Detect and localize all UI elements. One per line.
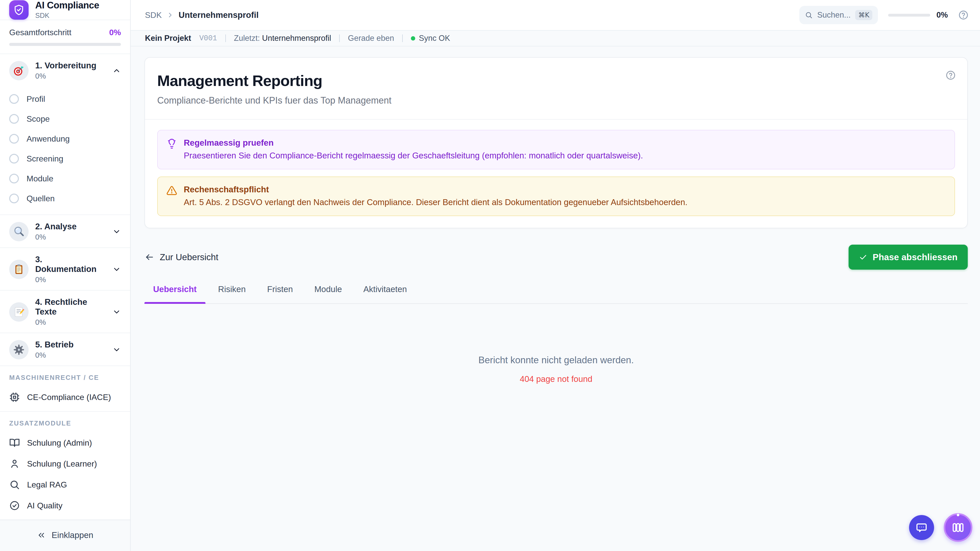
sidebar-item-schulung-learner[interactable]: Schulung (Learner) [9, 453, 121, 474]
book-open-icon [9, 437, 20, 448]
step-status-circle [9, 174, 19, 183]
help-button[interactable] [958, 10, 969, 21]
actions-row: Zur Uebersicht Phase abschliessen [145, 245, 968, 270]
last-saved-time: Gerade eben [348, 34, 394, 43]
phase-percent: 0% [35, 351, 73, 359]
check-icon [859, 253, 867, 262]
step-status-circle [9, 114, 19, 124]
warning-notice-text: Art. 5 Abs. 2 DSGVO verlangt den Nachwei… [184, 197, 687, 208]
alert-triangle-icon [166, 185, 177, 196]
section-header: MASCHINENRECHT / CE [9, 374, 121, 382]
version-badge: V001 [199, 34, 217, 43]
target-emoji-icon [9, 61, 29, 80]
error-message: 404 page not found [145, 374, 968, 384]
back-to-overview-link[interactable]: Zur Uebersicht [145, 252, 218, 262]
project-status: Kein Projekt [145, 34, 191, 43]
search-icon [9, 479, 20, 490]
header-progress-percent: 0% [936, 11, 948, 20]
shield-check-icon [13, 4, 24, 16]
step-status-circle [9, 154, 19, 164]
tab-aktivitaeten[interactable]: Aktivitaeten [355, 284, 416, 303]
empty-state: Bericht konnte nicht geladen werden. 404… [145, 304, 968, 384]
phase-label: 5. Betrieb [35, 340, 73, 349]
memo-emoji-icon [9, 302, 29, 322]
divider [339, 35, 340, 42]
tab-fristen[interactable]: Fristen [259, 284, 302, 303]
tab-module[interactable]: Module [306, 284, 351, 303]
statusbar: Kein Projekt V001 Zuletzt: Unternehmensp… [130, 30, 980, 46]
chevron-up-icon [112, 66, 121, 75]
user-icon [9, 458, 20, 469]
phase-block-dokumentation: 3. Dokumentation 0% [0, 248, 130, 291]
sidebar-item-ai-quality[interactable]: AI Quality [9, 495, 121, 516]
collapse-sidebar-button[interactable]: Einklappen [37, 530, 93, 540]
layout-fab-button[interactable] [944, 513, 972, 542]
app-subtitle: SDK [35, 12, 99, 20]
phase-label: 3. Dokumentation [35, 254, 106, 274]
page-subtitle: Compliance-Berichte und KPIs fuer das To… [157, 95, 955, 106]
step-module[interactable]: Module [9, 168, 121, 189]
phase-row-betrieb[interactable]: 5. Betrieb 0% [9, 340, 121, 359]
phase-row-analyse[interactable]: 2. Analyse 0% [9, 222, 121, 241]
overall-progress-bar [9, 43, 121, 46]
phase-row-rechtliche-texte[interactable]: 4. Rechtliche Texte 0% [9, 297, 121, 327]
header-progress-bar [888, 14, 930, 17]
step-screening[interactable]: Screening [9, 149, 121, 168]
phase-percent: 0% [35, 275, 106, 284]
page-title: Management Reporting [157, 72, 955, 89]
overall-progress: Gesamtfortschritt 0% [0, 20, 130, 54]
tip-notice: Regelmaessig pruefen Praesentieren Sie d… [157, 130, 955, 169]
app-logo [9, 0, 29, 20]
breadcrumb-current: Unternehmensprofil [179, 10, 259, 20]
floating-buttons [909, 513, 972, 542]
step-profil[interactable]: Profil [9, 89, 121, 109]
chevron-down-icon [112, 265, 121, 274]
phase-label: 2. Analyse [35, 222, 76, 231]
phase-row-dokumentation[interactable]: 3. Dokumentation 0% [9, 254, 121, 284]
breadcrumb: SDK Unternehmensprofil [145, 10, 259, 20]
breadcrumb-root[interactable]: SDK [145, 11, 162, 20]
page-card-header: Management Reporting Compliance-Berichte… [145, 58, 967, 119]
search-icon [805, 11, 813, 19]
step-anwendung[interactable]: Anwendung [9, 129, 121, 149]
chat-bubble-icon [915, 521, 928, 534]
phase-block-analyse: 2. Analyse 0% [0, 215, 130, 248]
search-placeholder: Suchen... [817, 11, 851, 20]
chevron-down-icon [112, 227, 121, 236]
tab-risiken[interactable]: Risiken [210, 284, 255, 303]
search-input[interactable]: Suchen... ⌘K [799, 6, 878, 24]
app-title: AI Compliance [35, 0, 99, 11]
sidebar-item-schulung-admin[interactable]: Schulung (Admin) [9, 432, 121, 453]
phase-block-vorbereitung: 1. Vorbereitung 0% Profil Scope Anwendun… [0, 54, 130, 215]
page-card-body: Regelmaessig pruefen Praesentieren Sie d… [145, 119, 967, 228]
sidebar-item-legal-rag[interactable]: Legal RAG [9, 474, 121, 495]
help-circle-icon [958, 10, 969, 21]
phase-label: 1. Vorbereitung [35, 61, 97, 70]
lightbulb-icon [166, 138, 177, 149]
tip-notice-text: Praesentieren Sie den Compliance-Bericht… [184, 150, 643, 161]
section-header: ZUSATZMODULE [9, 419, 121, 427]
phase-row-vorbereitung[interactable]: 1. Vorbereitung 0% [9, 61, 121, 80]
columns-icon [951, 521, 965, 534]
divider [225, 35, 226, 42]
chevrons-left-icon [37, 530, 46, 540]
divider [402, 35, 403, 42]
sidebar-item-ce-compliance[interactable]: CE-Compliance (IACE) [9, 387, 121, 408]
empty-state-message: Bericht konnte nicht geladen werden. [145, 355, 968, 365]
step-scope[interactable]: Scope [9, 109, 121, 129]
tab-uebersicht[interactable]: Uebersicht [145, 284, 205, 303]
chevron-down-icon [112, 345, 121, 354]
chat-fab-button[interactable] [909, 515, 934, 540]
step-status-circle [9, 134, 19, 144]
section-maschinenrecht: MASCHINENRECHT / CE CE-Compliance (IACE) [0, 366, 130, 412]
step-quellen[interactable]: Quellen [9, 189, 121, 208]
tip-notice-title: Regelmaessig pruefen [184, 138, 643, 148]
step-status-circle [9, 194, 19, 203]
tab-bar: Uebersicht Risiken Fristen Module Aktivi… [145, 284, 968, 304]
arrow-left-icon [145, 252, 154, 262]
complete-phase-button[interactable]: Phase abschliessen [849, 245, 968, 270]
page-help-button[interactable] [945, 70, 956, 81]
phase-block-betrieb: 5. Betrieb 0% [0, 333, 130, 366]
main-area: SDK Unternehmensprofil Suchen... ⌘K 0% K… [130, 0, 980, 551]
warning-notice: Rechenschaftspflicht Art. 5 Abs. 2 DSGVO… [157, 176, 955, 216]
